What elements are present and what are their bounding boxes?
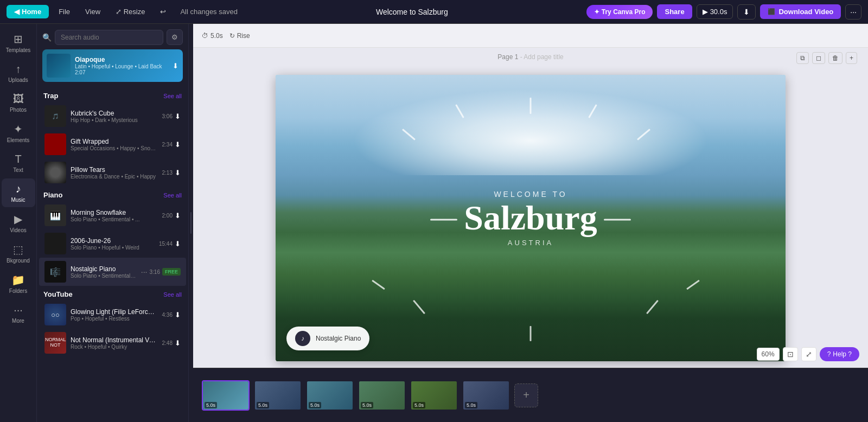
track-meta: Hip Hop • Dark • Mysterious — [71, 117, 158, 123]
sidebar-item-text[interactable]: T Text — [2, 149, 35, 177]
view-menu-button[interactable]: View — [80, 5, 106, 18]
timer-button[interactable]: ▶ 30.0s — [697, 4, 733, 19]
track-item[interactable]: 🎹 Morning Snowflake Solo Piano • Sentime… — [39, 201, 186, 229]
copy-page-button[interactable]: ◻ — [812, 52, 825, 64]
resize-handle[interactable] — [189, 24, 193, 422]
track-name: Not Normal (Instrumental Version) — [71, 336, 158, 344]
track-meta: Solo Piano • Sentimental • Sad — [71, 273, 137, 279]
sidebar-item-label: Videos — [10, 227, 26, 233]
zoom-fit-button[interactable]: ⊡ — [783, 347, 798, 361]
track-item[interactable]: NORMAL NOT Not Normal (Instrumental Vers… — [39, 329, 186, 357]
now-playing-title: Nostalgic Piano — [316, 335, 361, 342]
timer-icon: ⏱ — [202, 32, 208, 40]
right-line — [604, 219, 631, 220]
track-download-icon[interactable]: ⬇ — [175, 212, 181, 220]
save-status: All changes saved — [180, 8, 238, 16]
track-meta: Electronica & Dance • Epic • Happy — [71, 174, 158, 180]
canvas-main: Page 1 - Add page title ⧉ ◻ 🗑 + — [193, 48, 868, 368]
add-page-button[interactable]: + — [846, 52, 857, 64]
track-download-icon[interactable]: ⬇ — [175, 112, 181, 120]
timeline-slide[interactable]: 5.0s — [202, 380, 250, 411]
resize-button[interactable]: ⤢ Resize — [110, 5, 150, 18]
track-item[interactable]: Pillow Tears Electronica & Dance • Epic … — [39, 158, 186, 187]
more-options-button[interactable]: ··· — [845, 4, 861, 20]
track-item[interactable]: 🎵 Kubrick's Cube Hip Hop • Dark • Myster… — [39, 102, 186, 130]
search-input[interactable] — [55, 30, 163, 45]
city-row: Salzburg — [378, 201, 684, 239]
piano-section-header: Piano See all — [37, 187, 188, 201]
featured-download-icon[interactable]: ⬇ — [173, 62, 178, 70]
canva-pro-button[interactable]: ✦ Try Canva Pro — [586, 5, 653, 19]
timeline: 5.0s 5.0s 5.0s 5.0s 5.0s 5.0s — [193, 368, 868, 422]
sidebar-item-elements[interactable]: ✦ Elements — [2, 118, 35, 148]
track-info: Gift Wrapped Special Occasions • Happy •… — [71, 138, 158, 151]
background-icon: ⬚ — [13, 243, 23, 256]
track-thumbnail — [44, 162, 66, 183]
animation-icon: ↻ — [229, 32, 235, 40]
track-download-icon[interactable]: ⬇ — [175, 339, 181, 347]
time-indicator[interactable]: ⏱ 5.0s — [202, 32, 223, 40]
canvas-frame[interactable]: WELCOME TO Salzburg AUSTRIA ♪ Nostalgic … — [276, 75, 786, 361]
track-name: Glowing Light (Filip LeForce Remix) — [71, 308, 158, 316]
track-download-icon[interactable]: ⬇ — [175, 311, 181, 319]
free-badge: FREE — [162, 268, 181, 276]
track-duration: 2:34 — [162, 142, 173, 148]
track-duration: 2:48 — [162, 340, 173, 346]
filter-button[interactable]: ⚙ — [167, 29, 183, 45]
sidebar-item-label: Folders — [9, 288, 27, 294]
track-item[interactable]: 🎼 Nostalgic Piano Solo Piano • Sentiment… — [39, 258, 186, 286]
now-playing-bar[interactable]: ♪ Nostalgic Piano — [286, 327, 369, 350]
track-more-button[interactable]: ··· — [141, 267, 148, 276]
track-thumbnail — [44, 133, 66, 155]
top-navigation: ◀ Home File View ⤢ Resize ↩ All changes … — [0, 0, 868, 24]
zoom-controls: 60% ⊡ ⤢ ? Help ? — [757, 347, 859, 361]
track-item[interactable]: 2006-June-26 Solo Piano • Hopeful • Weir… — [39, 229, 186, 258]
home-button[interactable]: ◀ Home — [7, 5, 49, 18]
sidebar-item-templates[interactable]: ⊞ Templates — [2, 28, 35, 57]
sidebar-item-photos[interactable]: 🖼 Photos — [2, 88, 35, 117]
track-download-icon[interactable]: ⬇ — [175, 140, 181, 149]
track-download-icon[interactable]: ⬇ — [175, 240, 181, 248]
share-button[interactable]: Share — [657, 4, 692, 19]
track-duration: 4:36 — [162, 312, 173, 318]
sidebar-item-uploads[interactable]: ↑ Uploads — [2, 59, 35, 87]
file-menu-button[interactable]: File — [53, 5, 75, 18]
track-meta: Pop • Hopeful • Restless — [71, 316, 158, 322]
text-icon: T — [15, 153, 21, 165]
sidebar-icons: ⊞ Templates ↑ Uploads 🖼 Photos ✦ Element… — [0, 24, 37, 422]
sidebar-item-background[interactable]: ⬚ Bkground — [2, 239, 35, 268]
add-slide-button[interactable]: + — [514, 383, 538, 407]
track-meta: Special Occasions • Happy • Snow... — [71, 145, 158, 151]
download-video-button[interactable]: ⬛ Download Video — [760, 4, 841, 19]
track-download-icon[interactable]: ⬇ — [175, 169, 181, 177]
youtube-see-all[interactable]: See all — [163, 291, 182, 298]
audio-panel: 🔍 ⚙ Oiapoque Latin • Hopeful • Lounge • … — [37, 24, 189, 422]
timeline-slide[interactable]: 5.0s — [358, 380, 406, 411]
timeline-slide[interactable]: 5.0s — [410, 380, 458, 411]
animation-selector[interactable]: ↻ Rise — [229, 32, 250, 40]
timeline-slide[interactable]: 5.0s — [306, 380, 354, 411]
featured-track[interactable]: Oiapoque Latin • Hopeful • Lounge • Laid… — [42, 49, 183, 82]
track-info: Morning Snowflake Solo Piano • Sentiment… — [71, 209, 158, 222]
zoom-fullscreen-button[interactable]: ⤢ — [801, 347, 816, 361]
piano-see-all[interactable]: See all — [163, 192, 182, 199]
sidebar-item-folders[interactable]: 📁 Folders — [2, 269, 35, 298]
trap-see-all[interactable]: See all — [163, 93, 182, 99]
track-info: Glowing Light (Filip LeForce Remix) Pop … — [71, 308, 158, 322]
track-actions: 2:34 ⬇ — [162, 140, 181, 149]
track-item[interactable]: Gift Wrapped Special Occasions • Happy •… — [39, 130, 186, 158]
delete-page-button[interactable]: 🗑 — [828, 52, 843, 64]
timeline-slide[interactable]: 5.0s — [254, 380, 302, 411]
track-item[interactable]: ○○ Glowing Light (Filip LeForce Remix) P… — [39, 300, 186, 329]
duplicate-page-button[interactable]: ⧉ — [796, 52, 809, 64]
undo-button[interactable]: ↩ — [155, 5, 171, 18]
track-actions: 2:48 ⬇ — [162, 339, 181, 347]
timeline-slide[interactable]: 5.0s — [462, 380, 510, 411]
download-icon-button[interactable]: ⬇ — [737, 4, 756, 20]
uploads-icon: ↑ — [16, 63, 21, 75]
sidebar-item-music[interactable]: ♪ Music — [2, 178, 35, 207]
help-button[interactable]: ? Help ? — [820, 347, 859, 361]
slide-duration: 5.0s — [257, 402, 269, 408]
sidebar-item-videos[interactable]: ▶ Videos — [2, 208, 35, 238]
sidebar-item-more[interactable]: ··· More — [2, 299, 35, 328]
